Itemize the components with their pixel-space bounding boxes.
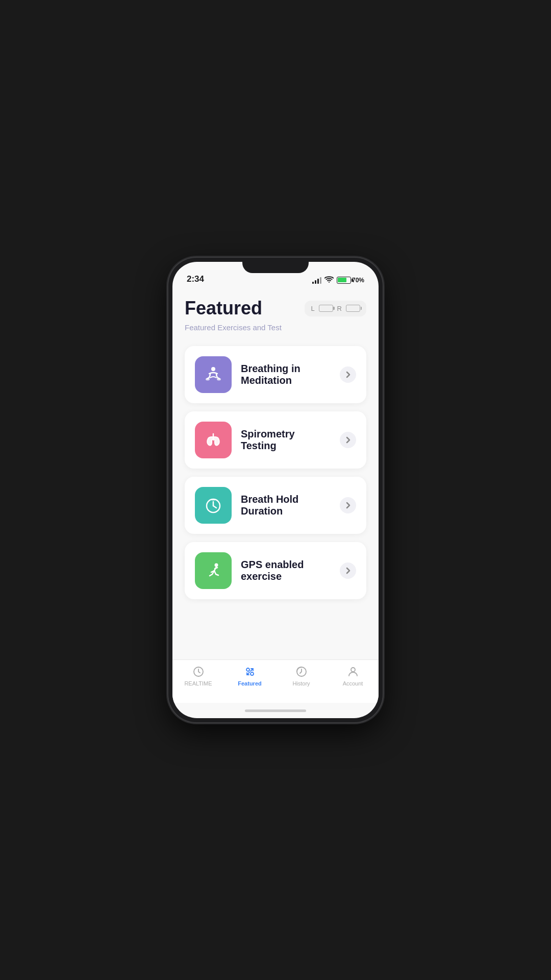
nav-label-account: Account	[343, 680, 363, 687]
home-bar	[245, 709, 306, 712]
lungs-icon	[195, 422, 232, 458]
exercise-name-breath-hold: Breath Hold Duration	[241, 494, 331, 517]
chevron-gps	[340, 562, 356, 579]
exercise-card-spirometry[interactable]: Spirometry Testing	[185, 411, 366, 469]
svg-point-0	[329, 282, 330, 283]
device-left-label: L	[311, 305, 314, 312]
nav-item-account[interactable]: Account	[327, 665, 379, 687]
exercise-name-spirometry: Spirometry Testing	[241, 428, 331, 452]
account-icon	[346, 665, 360, 678]
exercise-list: Breathing in Meditation	[185, 346, 366, 609]
chevron-breathing	[340, 366, 356, 383]
device-left-battery	[319, 305, 333, 312]
page-header: Featured L R	[185, 298, 366, 319]
phone-frame: 2:34	[168, 258, 383, 722]
clock-icon	[195, 487, 232, 524]
wifi-icon	[324, 276, 334, 284]
home-indicator	[172, 703, 379, 718]
chevron-spirometry	[340, 432, 356, 448]
status-icons: 70%	[312, 276, 364, 284]
status-time: 2:34	[187, 274, 204, 284]
svg-point-10	[246, 668, 249, 671]
battery-indicator: 70%	[337, 277, 364, 284]
svg-point-13	[351, 668, 355, 672]
nav-label-featured: Featured	[238, 680, 261, 687]
battery-percent: 70%	[352, 277, 364, 284]
device-indicators: L R	[305, 301, 366, 316]
main-content: Featured L R Featured Exercises and Test	[172, 287, 379, 659]
device-right-label: R	[337, 305, 342, 312]
meditation-icon	[195, 356, 232, 393]
svg-point-11	[251, 672, 254, 675]
nav-label-history: History	[292, 680, 310, 687]
featured-icon	[243, 665, 257, 678]
screen: 2:34	[172, 262, 379, 718]
nav-item-history[interactable]: History	[276, 665, 327, 687]
exercise-card-gps[interactable]: GPS enabled exercise	[185, 542, 366, 599]
history-icon	[295, 665, 308, 678]
page-subtitle: Featured Exercises and Test	[185, 323, 366, 332]
realtime-icon	[192, 665, 205, 678]
exercise-name-breathing: Breathing in Meditation	[241, 363, 331, 386]
page-title: Featured	[185, 298, 262, 319]
exercise-card-breathing[interactable]: Breathing in Meditation	[185, 346, 366, 403]
svg-point-1	[211, 367, 215, 371]
device-right-battery	[346, 305, 360, 312]
svg-line-6	[213, 506, 216, 508]
svg-point-2	[206, 378, 210, 381]
notch	[242, 258, 309, 273]
exercise-card-breath-hold[interactable]: Breath Hold Duration	[185, 477, 366, 534]
bottom-nav: REALTIME Featured	[172, 659, 379, 703]
chevron-breath-hold	[340, 497, 356, 513]
nav-item-featured[interactable]: Featured	[224, 665, 276, 687]
signal-icon	[312, 277, 321, 284]
exercise-name-gps: GPS enabled exercise	[241, 559, 331, 582]
nav-item-realtime[interactable]: REALTIME	[172, 665, 224, 687]
running-icon	[195, 552, 232, 589]
nav-label-realtime: REALTIME	[184, 680, 212, 687]
svg-point-3	[217, 378, 221, 381]
